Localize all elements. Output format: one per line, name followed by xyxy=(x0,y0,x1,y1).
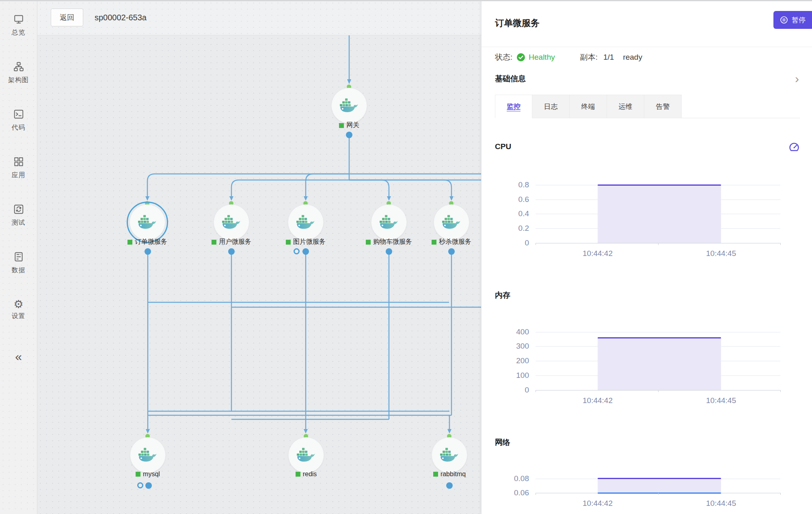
panel-tabs: 监控 日志 终端 运维 告警 xyxy=(495,95,800,118)
service-output-dot xyxy=(386,248,392,255)
node-redis[interactable] xyxy=(288,437,324,473)
docker-whale-icon xyxy=(138,215,157,230)
memory-chart: 400300200100010:44:4210:44:45 xyxy=(536,332,780,409)
x-axis-tick xyxy=(780,390,781,392)
service-output-dot xyxy=(228,248,235,255)
divider xyxy=(482,47,812,47)
status-square-icon xyxy=(212,240,216,245)
memory-section-header: 内存 xyxy=(495,290,800,301)
node-label-rabbitmq: rabbitmq xyxy=(409,471,490,478)
basic-info-row[interactable]: 基础信息 › xyxy=(495,74,800,84)
y-tick-label: 200 xyxy=(490,356,529,365)
service-output-dot xyxy=(448,248,455,255)
node-label-image: 图片微服务 xyxy=(265,238,346,246)
node-label-gateway: 网关 xyxy=(309,121,390,130)
y-tick-label: 0.2 xyxy=(490,224,529,233)
x-axis-tick xyxy=(536,390,536,392)
x-axis-tick xyxy=(658,390,659,392)
y-tick-label: 300 xyxy=(490,342,529,351)
series-line-memory xyxy=(598,337,721,338)
architecture-canvas[interactable]: 网关 订单微服务 用户微服务 xyxy=(37,35,481,514)
docker-whale-icon xyxy=(440,448,459,462)
tab-operations[interactable]: 运维 xyxy=(607,95,644,118)
series-area-fill xyxy=(598,185,721,243)
replicas-state: ready xyxy=(623,53,642,62)
tab-alerts[interactable]: 告警 xyxy=(644,95,682,118)
docker-whale-icon xyxy=(380,215,398,230)
y-tick-label: 0 xyxy=(490,239,529,247)
y-tick-label: 0.08 xyxy=(490,474,529,483)
y-tick-label: 400 xyxy=(490,327,529,336)
terminal-code-icon xyxy=(13,109,24,121)
pause-circle-icon xyxy=(780,16,788,24)
sidebar-item-overview[interactable]: 总览 xyxy=(12,14,26,37)
datastore-port-ring xyxy=(137,482,143,488)
node-label-order: 订单微服务 xyxy=(107,238,188,246)
healthy-check-icon xyxy=(516,53,525,62)
architecture-diagram-icon xyxy=(13,61,24,74)
network-chart: 0.080.0610:44:4210:44:45 xyxy=(536,479,780,512)
node-cart-service[interactable] xyxy=(371,204,407,240)
chevron-right-icon[interactable]: › xyxy=(795,75,800,83)
node-rabbitmq[interactable] xyxy=(432,437,467,473)
status-value: Healthy xyxy=(529,53,555,62)
docker-whale-icon xyxy=(297,448,315,462)
node-user-service[interactable] xyxy=(214,204,249,240)
status-square-icon xyxy=(432,240,436,245)
status-square-icon xyxy=(127,240,132,245)
y-tick-label: 0.4 xyxy=(490,209,529,218)
node-seckill-service[interactable] xyxy=(434,204,469,240)
basic-info-label: 基础信息 xyxy=(495,74,526,84)
x-axis-tick xyxy=(658,493,659,495)
y-tick-label: 0 xyxy=(490,386,529,395)
sidebar-item-architecture[interactable]: 架构图 xyxy=(8,61,29,85)
replicas-value: 1/1 xyxy=(603,53,614,62)
x-axis-tick xyxy=(536,243,536,245)
x-tick-label: 10:44:42 xyxy=(565,499,630,508)
x-axis-tick xyxy=(780,243,781,245)
x-axis-tick xyxy=(536,493,536,495)
series-area-fill xyxy=(598,338,721,390)
datastore-port-dot xyxy=(145,482,152,489)
sidebar-item-settings[interactable]: ⚙ 设置 xyxy=(12,299,26,321)
window-top-border xyxy=(0,0,812,1)
x-axis-tick xyxy=(780,493,781,495)
network-section-header: 网络 xyxy=(495,437,800,448)
test-loop-icon xyxy=(13,204,24,216)
tab-terminal[interactable]: 终端 xyxy=(570,95,607,118)
series-line-net-low xyxy=(598,492,721,494)
space-id-title: sp00002-653a xyxy=(95,13,147,22)
cpu-section-header: CPU xyxy=(495,141,800,152)
sidebar-item-label: 代码 xyxy=(12,124,26,132)
sidebar-item-data[interactable]: 数据 xyxy=(12,252,26,275)
series-line-net-high xyxy=(598,478,721,479)
cpu-chart: 0.80.60.40.2010:44:4210:44:45 xyxy=(536,185,780,262)
tab-monitoring[interactable]: 监控 xyxy=(495,95,532,118)
gear-icon: ⚙ xyxy=(13,299,23,310)
node-image-service[interactable] xyxy=(288,204,324,240)
sidebar-collapse-button[interactable]: « xyxy=(15,350,22,364)
tab-logs[interactable]: 日志 xyxy=(532,95,570,118)
node-order-service[interactable] xyxy=(130,204,165,240)
apps-grid-icon xyxy=(13,156,24,169)
gauge-icon[interactable] xyxy=(788,141,800,152)
back-button[interactable]: 返回 xyxy=(51,9,83,26)
docker-whale-icon xyxy=(442,215,461,230)
memory-chart-title: 内存 xyxy=(495,290,510,301)
sidebar-item-label: 设置 xyxy=(12,312,26,321)
node-gateway[interactable] xyxy=(331,88,367,124)
sidebar-item-test[interactable]: 测试 xyxy=(12,204,26,227)
cpu-chart-title: CPU xyxy=(495,142,511,151)
docker-whale-icon xyxy=(222,215,241,230)
sidebar-item-code[interactable]: 代码 xyxy=(12,109,26,132)
docker-whale-icon xyxy=(138,448,157,462)
sidebar-item-apps[interactable]: 应用 xyxy=(12,156,26,180)
sidebar-item-label: 架构图 xyxy=(8,76,29,85)
x-tick-label: 10:44:45 xyxy=(689,396,754,405)
y-tick-label: 0.6 xyxy=(490,195,529,204)
pause-button[interactable]: 暂停 xyxy=(773,11,812,29)
node-label-seckill: 秒杀微服务 xyxy=(411,238,492,246)
x-tick-label: 10:44:45 xyxy=(689,499,754,508)
series-area-fill xyxy=(598,479,721,493)
node-mysql[interactable] xyxy=(130,437,166,473)
